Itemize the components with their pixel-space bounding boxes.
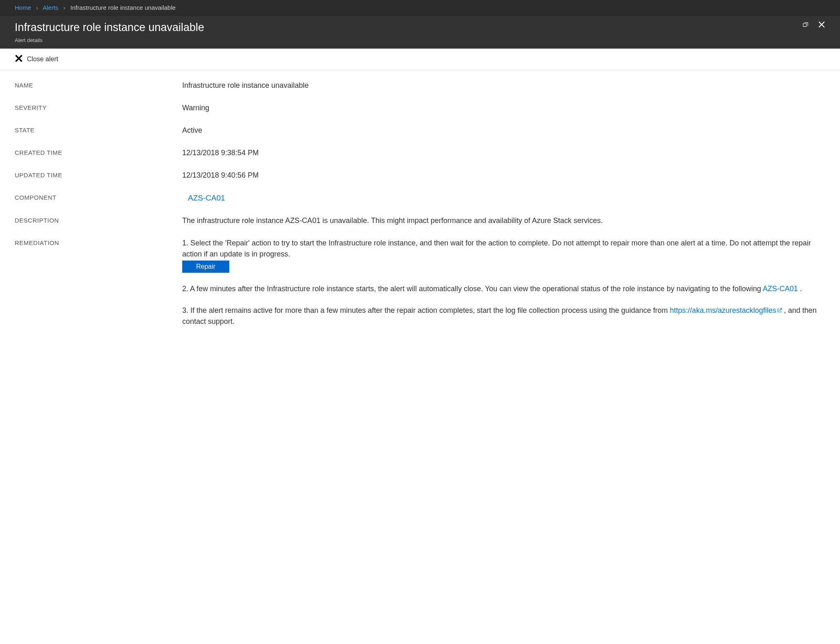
label-updated-time: UPDATED TIME — [15, 170, 182, 180]
label-component: COMPONENT — [15, 192, 182, 203]
page-title: Infrastructure role instance unavailable — [15, 19, 204, 36]
value-name: Infrastructure role instance unavailable — [182, 80, 825, 91]
value-state: Active — [182, 125, 825, 136]
value-remediation: 1. Select the 'Repair' action to try to … — [182, 238, 825, 338]
repair-button[interactable]: Repair — [182, 261, 229, 273]
remediation-step-2-suffix: . — [798, 285, 802, 293]
label-description: DESCRIPTION — [15, 215, 182, 225]
remediation-step-2-link[interactable]: AZS-CA01 — [763, 285, 798, 293]
chevron-right-icon: › — [36, 4, 38, 11]
close-icon — [15, 54, 23, 64]
value-updated-time: 12/13/2018 9:40:56 PM — [182, 170, 825, 181]
value-description: The infrastructure role instance AZS-CA0… — [182, 215, 825, 226]
chevron-right-icon: › — [63, 4, 65, 11]
component-link[interactable]: AZS-CA01 — [182, 194, 225, 202]
value-created-time: 12/13/2018 9:38:54 PM — [182, 147, 825, 158]
label-severity: SEVERITY — [15, 103, 182, 113]
close-alert-button[interactable]: Close alert — [15, 53, 58, 66]
toolbar: Close alert — [0, 49, 840, 70]
restore-window-icon[interactable] — [802, 21, 809, 28]
remediation-step-1: 1. Select the 'Repair' action to try to … — [182, 238, 825, 260]
close-icon[interactable] — [818, 21, 825, 28]
value-severity: Warning — [182, 103, 825, 114]
remediation-step-3-link[interactable]: https://aka.ms/azurestacklogfiles — [670, 306, 776, 314]
close-alert-label: Close alert — [27, 56, 58, 63]
external-link-icon — [777, 305, 782, 316]
page-subtitle: Alert details — [15, 36, 204, 45]
label-name: NAME — [15, 80, 182, 90]
label-remediation: REMEDIATION — [15, 238, 182, 248]
breadcrumb-alerts[interactable]: Alerts — [43, 4, 58, 11]
label-state: STATE — [15, 125, 182, 135]
breadcrumb-home[interactable]: Home — [15, 4, 31, 11]
remediation-step-2-prefix: 2. A few minutes after the Infrastructur… — [182, 285, 763, 293]
label-created-time: CREATED TIME — [15, 147, 182, 158]
breadcrumb: Home › Alerts › Infrastructure role inst… — [0, 0, 840, 16]
breadcrumb-current: Infrastructure role instance unavailable — [70, 4, 176, 11]
remediation-step-3-prefix: 3. If the alert remains active for more … — [182, 306, 670, 314]
